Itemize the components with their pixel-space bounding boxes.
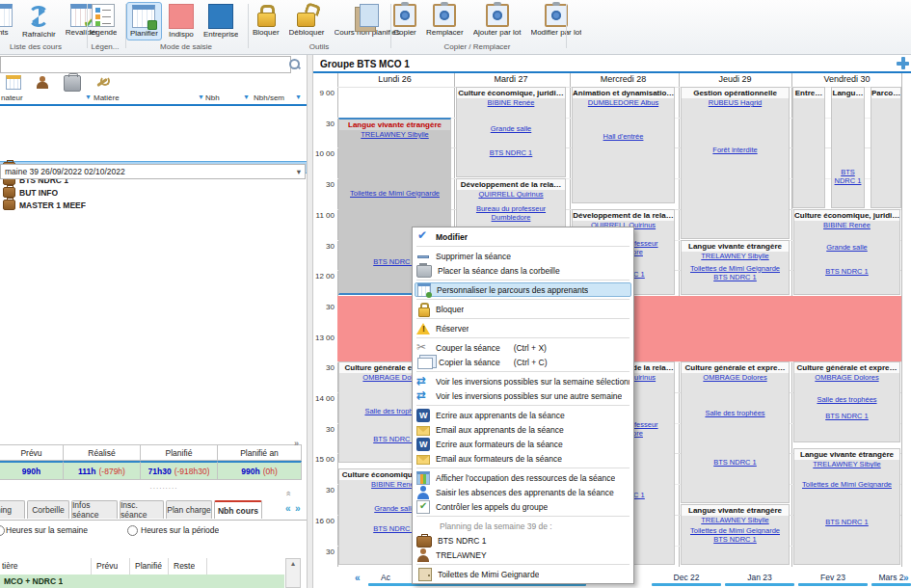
- add-plus-icon[interactable]: [897, 57, 909, 69]
- tabs-scroll-right-icon[interactable]: »: [295, 503, 301, 514]
- radio-1[interactable]: [127, 525, 138, 536]
- column-header-2[interactable]: Nbh: [205, 94, 220, 102]
- menu-item-voir-les-inversions-possibles-sur-une-au[interactable]: Voir les inversions possibles sur une au…: [413, 388, 633, 403]
- toolbar-button-remplacer[interactable]: Remplacer: [423, 2, 467, 39]
- event-link[interactable]: Toilettes de Mimi Geignarde: [794, 480, 899, 489]
- menu-item-bloquer[interactable]: Bloquer: [413, 302, 633, 316]
- menu-item-supprimer-la-s-ance[interactable]: Supprimer la séance: [413, 249, 633, 263]
- event-culture-g-n-rale-et-expre-[interactable]: Culture générale et expre…OMBRAGE Dolore…: [681, 361, 790, 503]
- event-langue-vivante-trang-re[interactable]: Langue vivante étrangèreTRELAWNEY Sibyll…: [793, 448, 900, 565]
- column-header-1[interactable]: Matière: [94, 94, 120, 102]
- expand-panel-icon[interactable]: »: [294, 439, 299, 448]
- event-parco-[interactable]: Parco…: [871, 87, 901, 208]
- sort-arrow-icon[interactable]: ▼: [198, 94, 204, 100]
- menu-item-toilettes-de-mimi-geignarde[interactable]: Toilettes de Mimi Geignarde: [413, 567, 633, 581]
- menu-item-bts-ndrc-1[interactable]: BTS NDRC 1: [413, 533, 633, 548]
- toolbar-button-copier[interactable]: Copier: [390, 2, 419, 39]
- event-link[interactable]: Toilettes de Mimi Geignarde: [682, 526, 789, 535]
- menu-item-modifier[interactable]: Modifier: [413, 229, 633, 244]
- splitter-handle[interactable]: .........: [135, 482, 193, 491]
- event-link[interactable]: Salle des trophées: [682, 409, 789, 417]
- event-culture-conomique-juridi-[interactable]: Culture économique, juridi…BIBINE RenéeG…: [793, 209, 900, 295]
- event-link[interactable]: Bureau du professeur Dumbledore: [457, 204, 565, 222]
- toolbar-button-rafra-chir[interactable]: Rafraîchir: [19, 2, 59, 40]
- tab-corbeille[interactable]: Corbeille: [27, 500, 69, 519]
- event-link[interactable]: BTS NDRC 1: [794, 267, 899, 276]
- menu-item-email-aux-formateurs-de-la-s-ance[interactable]: Email aux formateurs de la séance: [413, 451, 633, 466]
- group-row[interactable]: MASTER 1 MEEF: [0, 199, 307, 211]
- event-link[interactable]: BIBINE Renée: [457, 98, 565, 107]
- toolbar-button-ajouter-par-lot[interactable]: Ajouter par lot: [470, 2, 524, 39]
- nav-prev-icon[interactable]: «: [355, 573, 361, 583]
- week-select[interactable]: maine 39 26/09/2022 02/10/2022 ▾: [0, 164, 306, 179]
- menu-item-personnaliser-le-parcours-des-apprenants[interactable]: Personnaliser le parcours des apprenants: [415, 282, 631, 297]
- event-gestion-op-rationnelle[interactable]: Gestion opérationnelleRUBEUS HagridForêt…: [681, 87, 790, 239]
- trainee-icon[interactable]: [35, 75, 50, 90]
- nbh-row[interactable]: MCO + NDRC 1: [0, 575, 284, 588]
- event-animation-et-dynamisatio-[interactable]: Animation et dynamisatio…DUMBLEDORE Albu…: [572, 87, 675, 203]
- menu-item-voir-les-inversions-possibles-sur-la-sem[interactable]: Voir les inversions possibles sur la sem…: [413, 374, 633, 388]
- event-link[interactable]: Forêt interdite: [682, 146, 789, 154]
- toolbar-button-indispo[interactable]: Indispo: [166, 2, 197, 40]
- group-row[interactable]: BUT INFO: [0, 186, 307, 199]
- search-icon[interactable]: [288, 58, 300, 69]
- event-link[interactable]: BTS NDRC 1: [682, 535, 789, 544]
- toolbar-button-l-gende[interactable]: légende: [87, 2, 120, 39]
- event-link[interactable]: TRELAWNEY Sibylle: [682, 252, 789, 260]
- event-link[interactable]: Toilettes de Mimi Geignarde: [682, 264, 789, 273]
- event-link[interactable]: DUMBLEDORE Albus: [573, 98, 674, 107]
- vertical-splitter[interactable]: [307, 55, 313, 588]
- toolbar-button-modifier-par-lot[interactable]: Modifier par lot: [528, 2, 585, 39]
- event-culture-g-n-rale-et-expre-[interactable]: Culture générale et expre…OMBRAGE Dolore…: [793, 361, 900, 442]
- menu-item-ecrire-aux-formateurs-de-la-s-ance[interactable]: Ecrire aux formateurs de la séance: [413, 437, 633, 451]
- collapse-panel-icon[interactable]: »: [283, 491, 293, 495]
- search-input[interactable]: [0, 56, 291, 73]
- nav-month-1[interactable]: Jan 23: [725, 573, 794, 582]
- event-link[interactable]: OMBRAGE Dolores: [794, 373, 899, 382]
- sort-arrow-icon[interactable]: ▼: [85, 94, 92, 100]
- event-link[interactable]: Grande salle: [457, 124, 565, 133]
- menu-item-email-aux-apprenants-de-la-s-ance[interactable]: Email aux apprenants de la séance: [413, 422, 633, 437]
- tab-plan-charge[interactable]: Plan charge: [166, 500, 212, 519]
- event-link[interactable]: BIBINE Renée: [794, 221, 899, 229]
- menu-item-placer-la-s-ance-dans-la-corbeille[interactable]: Placer la séance dans la corbeille: [413, 263, 633, 278]
- menu-item-ecrire-aux-apprenants-de-la-s-ance[interactable]: Ecrire aux apprenants de la séance: [413, 408, 633, 422]
- event-link[interactable]: Grande salle: [794, 243, 899, 252]
- event-link[interactable]: Salle des trophées: [794, 395, 899, 404]
- column-header-0[interactable]: nateur: [1, 94, 23, 102]
- toolbar-button-entreprise[interactable]: Entreprise: [201, 2, 241, 40]
- event-langu-[interactable]: Langu…BTS NDRC 1: [831, 87, 865, 208]
- nav-month-2[interactable]: Fev 23: [798, 573, 868, 582]
- sort-arrow-icon[interactable]: ▼: [295, 94, 302, 100]
- column-header-3[interactable]: Nbh/sem: [254, 94, 284, 102]
- toolbox-icon[interactable]: [64, 75, 81, 92]
- event-link[interactable]: BTS NDRC 1: [794, 412, 899, 420]
- event-link[interactable]: BTS NDRC 1: [682, 273, 789, 281]
- menu-item-afficher-l-occupation-des-ressources-de-[interactable]: Afficher l'occupation des ressources de …: [413, 470, 633, 485]
- event-link[interactable]: BTS NDRC 1: [794, 518, 899, 526]
- tab-ning[interactable]: ning: [0, 500, 25, 519]
- event-link[interactable]: OMBRAGE Dolores: [682, 373, 789, 382]
- event-link[interactable]: RUBEUS Hagrid: [682, 98, 789, 107]
- event-link[interactable]: TRELAWNEY Sibylle: [339, 130, 450, 139]
- toolbar-button-bloquer[interactable]: Bloquer: [250, 2, 282, 39]
- event-langue-vivante-trang-re[interactable]: Langue vivante étrangèreTRELAWNEY Sibyll…: [681, 504, 790, 565]
- toolbar-button-planifier[interactable]: Planifier: [126, 2, 162, 40]
- tab-nbh-cours[interactable]: Nbh cours: [214, 500, 262, 519]
- event-link[interactable]: BTS NDRC 1: [832, 168, 864, 185]
- tabs-scroll-left-icon[interactable]: «: [285, 503, 291, 514]
- planning-grid-icon[interactable]: [6, 75, 21, 90]
- event-langue-vivante-trang-re[interactable]: Langue vivante étrangèreTRELAWNEY Sibyll…: [681, 240, 790, 295]
- menu-item-r-server[interactable]: Réserver: [413, 321, 633, 335]
- event-link[interactable]: TRELAWNEY Sibylle: [682, 516, 789, 524]
- event-link[interactable]: QUIRRELL Quirinus: [457, 190, 565, 199]
- nav-month-0[interactable]: Dec 22: [652, 573, 721, 582]
- event-culture-conomique-juridi-[interactable]: Culture économique, juridi…BIBINE RenéeG…: [456, 87, 566, 177]
- nav-partial-month[interactable]: Ac: [381, 573, 390, 582]
- event-link[interactable]: BTS NDRC 1: [457, 148, 565, 157]
- event-link[interactable]: TRELAWNEY Sibylle: [794, 460, 899, 468]
- menu-item-copier-la-s-ance[interactable]: Copier la séance(Ctrl + C): [413, 355, 633, 369]
- tab-insc-s-ance[interactable]: Insc. séance: [120, 500, 164, 519]
- radio-0[interactable]: [0, 525, 5, 536]
- menu-item-contr-ler-les-appels-du-groupe[interactable]: Contrôler les appels du groupe: [413, 499, 633, 514]
